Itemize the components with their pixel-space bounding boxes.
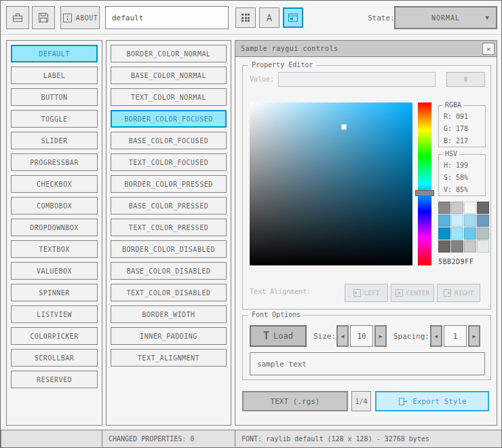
- font-load-button[interactable]: T Load: [250, 325, 307, 347]
- hsv-group-label: HSV: [443, 150, 459, 157]
- size-decrease-button[interactable]: ◀: [336, 325, 349, 347]
- controls-list-item[interactable]: CHECKBOX: [11, 175, 98, 193]
- changed-properties-text: CHANGED PROPERTIES: 0: [109, 435, 194, 443]
- hue-bar[interactable]: [418, 102, 431, 265]
- controls-list-item[interactable]: LISTVIEW: [11, 305, 98, 323]
- controls-list-item[interactable]: PROGRESSBAR: [11, 153, 98, 171]
- controls-list-item[interactable]: COMBOBOX: [11, 197, 98, 214]
- export-format-label: TEXT (.rgs): [271, 397, 320, 406]
- statusbar-left-cell: [1, 430, 102, 448]
- close-button[interactable]: ×: [482, 43, 495, 55]
- controls-window-icon: [287, 12, 299, 24]
- format-counter-button[interactable]: 1/4: [351, 391, 371, 411]
- size-increase-button[interactable]: ▶: [374, 325, 387, 347]
- controls-list-item[interactable]: SCROLLBAR: [11, 349, 98, 367]
- about-button[interactable]: ABOUT: [60, 6, 100, 29]
- font-options-group: Font Options T Load Size: ◀ 10 ▶ Spacing…: [242, 315, 491, 380]
- color-swatch[interactable]: [451, 240, 463, 253]
- align-right-button: RIGHT: [437, 284, 480, 302]
- state-dropdown[interactable]: NORMAL ▼: [394, 6, 497, 29]
- spacing-increase-button[interactable]: ▶: [468, 325, 480, 347]
- sample-text-input[interactable]: sample text: [250, 352, 485, 375]
- controls-list-item[interactable]: VALUEBOX: [11, 262, 98, 280]
- text-alignment-label: Text Alignment:: [250, 288, 311, 295]
- color-swatch-grid: [438, 202, 490, 253]
- controls-list-item[interactable]: DROPDOWNBOX: [11, 219, 98, 236]
- style-table-button[interactable]: [235, 7, 256, 28]
- spacing-value: 1: [444, 325, 467, 347]
- test-controls-button[interactable]: [283, 7, 303, 28]
- color-saturation-value-panel[interactable]: [250, 102, 412, 265]
- format-counter-label: 1/4: [355, 398, 367, 405]
- color-swatch[interactable]: [477, 227, 489, 240]
- properties-list-item[interactable]: BASE_COLOR_DISABLED: [111, 262, 227, 280]
- controls-list-item[interactable]: RESERVED: [11, 371, 98, 388]
- font-load-label: Load: [273, 331, 293, 341]
- properties-list-item[interactable]: BORDER_COLOR_FOCUSED: [111, 110, 227, 128]
- properties-list-item[interactable]: TEXT_COLOR_PRESSED: [111, 219, 227, 236]
- color-swatch[interactable]: [438, 202, 450, 214]
- properties-list-item[interactable]: BASE_COLOR_PRESSED: [111, 197, 227, 214]
- properties-list-item[interactable]: BASE_COLOR_FOCUSED: [111, 132, 227, 149]
- value-input: [278, 72, 436, 87]
- color-swatch[interactable]: [464, 227, 476, 240]
- color-swatch[interactable]: [451, 202, 463, 214]
- controls-list-item[interactable]: DEFAULT: [11, 45, 98, 62]
- properties-list-item[interactable]: TEXT_ALIGNMENT: [111, 349, 227, 367]
- controls-list: DEFAULTLABELBUTTONTOGGLESLIDERPROGRESSBA…: [6, 40, 102, 426]
- spacing-decrease-button[interactable]: ◀: [430, 325, 442, 347]
- size-label: Size:: [313, 332, 336, 341]
- color-swatch[interactable]: [451, 227, 463, 240]
- properties-list-item[interactable]: BORDER_COLOR_NORMAL: [111, 45, 227, 62]
- rgba-b-value: B: 217: [444, 136, 485, 147]
- controls-list-item[interactable]: BUTTON: [11, 88, 98, 106]
- export-style-button[interactable]: Export Style: [375, 391, 489, 411]
- hue-slider-handle[interactable]: [415, 190, 434, 196]
- hsv-s-value: S: 58%: [444, 172, 485, 183]
- align-center-label: CENTER: [406, 289, 429, 297]
- state-dropdown-value: NORMAL: [431, 14, 460, 22]
- properties-list-item[interactable]: TEXT_COLOR_NORMAL: [111, 88, 227, 106]
- properties-list-item[interactable]: TEXT_COLOR_DISABLED: [111, 284, 227, 301]
- arrow-right-icon: ▶: [473, 333, 476, 339]
- property-editor-group-label: Property Editor: [248, 61, 316, 69]
- color-swatch[interactable]: [477, 214, 489, 227]
- properties-list-item[interactable]: BORDER_COLOR_DISABLED: [111, 240, 227, 258]
- color-picker-marker[interactable]: [341, 124, 347, 130]
- color-swatch[interactable]: [438, 227, 450, 240]
- color-swatch[interactable]: [477, 240, 489, 253]
- controls-list-item[interactable]: SPINNER: [11, 284, 98, 301]
- properties-list-item[interactable]: TEXT_COLOR_FOCUSED: [111, 153, 227, 171]
- controls-list-item[interactable]: COLORPICKER: [11, 327, 98, 345]
- style-name-input[interactable]: [105, 6, 229, 29]
- size-value: 10: [350, 325, 373, 347]
- color-swatch[interactable]: [464, 214, 476, 227]
- controls-list-item[interactable]: SLIDER: [11, 132, 98, 149]
- value-button[interactable]: 0: [446, 72, 485, 87]
- color-swatch[interactable]: [438, 214, 450, 227]
- properties-list-item[interactable]: BASE_COLOR_NORMAL: [111, 67, 227, 84]
- align-right-label: RIGHT: [455, 289, 474, 297]
- font-button[interactable]: A: [259, 7, 279, 28]
- properties-list-item[interactable]: BORDER_WIDTH: [111, 305, 227, 323]
- color-swatch[interactable]: [464, 240, 476, 253]
- window-title-bar[interactable]: Sample raygui controls ×: [235, 41, 497, 57]
- font-options-group-label: Font Options: [248, 311, 304, 318]
- hex-color-value: 5BB2D9FF: [438, 258, 474, 265]
- controls-list-item[interactable]: LABEL: [11, 67, 98, 84]
- properties-list-item[interactable]: INNER_PADDING: [111, 327, 227, 345]
- color-swatch[interactable]: [438, 240, 450, 253]
- rgba-group-label: RGBA: [443, 101, 463, 109]
- properties-list-item[interactable]: BORDER_COLOR_PRESSED: [111, 175, 227, 193]
- export-format-button[interactable]: TEXT (.rgs): [242, 391, 348, 411]
- controls-list-item[interactable]: TEXTBOX: [11, 240, 98, 258]
- color-swatch[interactable]: [477, 202, 489, 214]
- save-style-button[interactable]: [32, 6, 55, 29]
- color-swatch[interactable]: [464, 202, 476, 214]
- controls-list-item[interactable]: TOGGLE: [11, 110, 98, 128]
- properties-list: BORDER_COLOR_NORMALBASE_COLOR_NORMALTEXT…: [106, 40, 231, 426]
- floppy-disk-icon: [37, 12, 50, 24]
- load-style-button[interactable]: [6, 6, 29, 29]
- briefcase-icon: [12, 12, 24, 24]
- color-swatch[interactable]: [451, 214, 463, 227]
